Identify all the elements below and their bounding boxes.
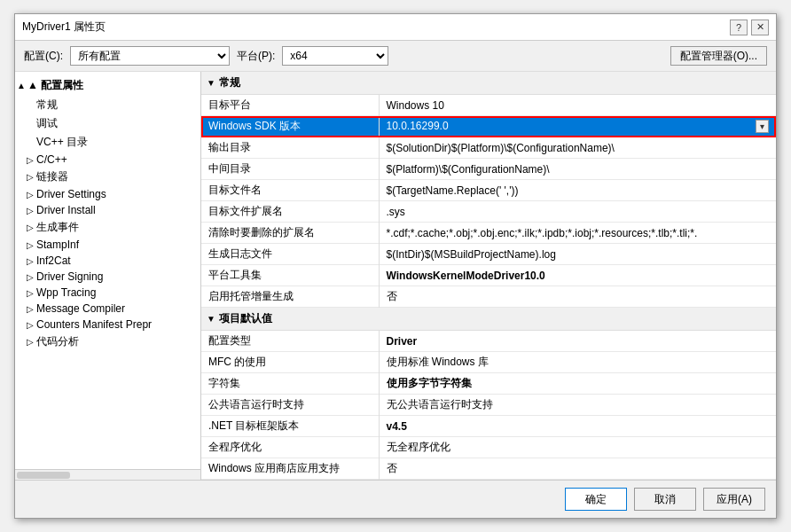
table-row-sdk[interactable]: Windows SDK 版本 10.0.16299.0 ▾	[201, 116, 776, 137]
prop-name: 中间目录	[201, 159, 379, 180]
tree-item-driver-settings-label: Driver Settings	[36, 188, 106, 200]
prop-value: $(TargetName.Replace(' ','))	[379, 180, 776, 201]
prop-name-sdk: Windows SDK 版本	[201, 116, 379, 137]
sdk-dropdown-arrow[interactable]: ▾	[756, 120, 769, 133]
tree-item-wpp-tracing[interactable]: ▷ Wpp Tracing	[15, 285, 200, 301]
prop-value: $(Platform)\$(ConfigurationName)\	[379, 159, 776, 180]
tree-item-stampinf-label: StampInf	[36, 239, 79, 251]
tree-item-build-events-label: 生成事件	[36, 220, 79, 235]
table-row[interactable]: Windows 应用商店应用支持 否	[201, 458, 776, 480]
tree-item-stampinf[interactable]: ▷ StampInf	[15, 237, 200, 253]
tree-item-wpp-tracing-label: Wpp Tracing	[36, 286, 96, 299]
tree-item-code-analysis[interactable]: ▷ 代码分析	[15, 332, 200, 351]
section-defaults-header[interactable]: ▼ 项目默认值	[201, 308, 776, 331]
prop-value: WindowsKernelModeDriver10.0	[379, 265, 776, 286]
tree-item-driver-install[interactable]: ▷ Driver Install	[15, 202, 200, 218]
table-row[interactable]: 平台工具集 WindowsKernelModeDriver10.0	[201, 265, 776, 286]
tree-item-vc[interactable]: VC++ 目录	[15, 133, 200, 152]
section-general-arrow: ▼	[207, 78, 215, 88]
prop-name: 字符集	[201, 373, 379, 395]
tree-item-code-analysis-label: 代码分析	[36, 334, 79, 349]
prop-name: 目标文件名	[201, 180, 379, 201]
prop-value: Windows 10	[379, 95, 776, 116]
prop-value: 否	[379, 458, 776, 480]
table-row[interactable]: 字符集 使用多字节字符集	[201, 373, 776, 395]
prop-name: .NET 目标框架版本	[201, 416, 379, 437]
tree-stampinf-arrow: ▷	[24, 240, 36, 250]
table-row[interactable]: 输出目录 $(SolutionDir)$(Platform)\$(Configu…	[201, 137, 776, 159]
config-select[interactable]: 所有配置	[70, 46, 230, 66]
tree-item-counters-manifest[interactable]: ▷ Counters Manifest Prepr	[15, 317, 200, 332]
table-row[interactable]: 公共语言运行时支持 无公共语言运行时支持	[201, 395, 776, 416]
prop-value: *.cdf;*.cache;*.obj;*.obj.enc;*.ilk;*.ip…	[379, 223, 776, 244]
prop-value: v4.5	[379, 416, 776, 437]
cancel-button[interactable]: 取消	[634, 488, 696, 511]
table-row[interactable]: 目标文件名 $(TargetName.Replace(' ','))	[201, 180, 776, 201]
tree-linker-arrow: ▷	[24, 172, 36, 182]
tree-panel: ▲ ▲ 配置属性 常规 调试 VC++ 目录 ▷ C/C++	[15, 72, 200, 469]
tree-build-events-arrow: ▷	[24, 223, 36, 232]
tree-item-driver-signing[interactable]: ▷ Driver Signing	[15, 269, 200, 285]
tree-root-arrow: ▲	[15, 81, 27, 90]
table-row[interactable]: 目标平台 Windows 10	[201, 95, 776, 116]
prop-value: 无全程序优化	[379, 437, 776, 458]
prop-name: MFC 的使用	[201, 352, 379, 373]
tree-driver-signing-arrow: ▷	[24, 272, 36, 282]
main-area: ▲ ▲ 配置属性 常规 调试 VC++ 目录 ▷ C/C++	[15, 72, 776, 480]
tree-cpp-arrow: ▷	[24, 155, 36, 165]
prop-value: 无公共语言运行时支持	[379, 395, 776, 416]
platform-select[interactable]: x64	[282, 46, 388, 66]
tree-panel-wrapper: ▲ ▲ 配置属性 常规 调试 VC++ 目录 ▷ C/C++	[15, 72, 201, 480]
close-button[interactable]: ✕	[751, 20, 769, 35]
tree-item-cpp[interactable]: ▷ C/C++	[15, 152, 200, 168]
tree-item-driver-install-label: Driver Install	[36, 204, 96, 216]
table-row[interactable]: .NET 目标框架版本 v4.5	[201, 416, 776, 437]
tree-wpp-tracing-arrow: ▷	[24, 288, 36, 298]
tree-item-message-compiler-label: Message Compiler	[36, 302, 125, 315]
tree-item-cpp-label: C/C++	[36, 153, 67, 166]
prop-name: 启用托管增量生成	[201, 286, 379, 308]
tree-item-inf2cat[interactable]: ▷ Inf2Cat	[15, 253, 200, 269]
tree-scroll-thumb[interactable]	[17, 472, 70, 479]
tree-item-debug[interactable]: 调试	[15, 114, 200, 133]
config-row: 配置(C): 所有配置 平台(P): x64 配置管理器(O)...	[15, 41, 776, 72]
tree-scroll-bar[interactable]	[15, 469, 200, 480]
table-row[interactable]: 目标文件扩展名 .sys	[201, 201, 776, 223]
tree-item-message-compiler[interactable]: ▷ Message Compiler	[15, 301, 200, 317]
prop-name: 目标平台	[201, 95, 379, 116]
tree-root[interactable]: ▲ ▲ 配置属性	[15, 75, 200, 96]
table-row[interactable]: 配置类型 Driver	[201, 331, 776, 352]
help-button[interactable]: ?	[730, 20, 748, 35]
table-row[interactable]: 全程序优化 无全程序优化	[201, 437, 776, 458]
prop-value: 否	[379, 286, 776, 308]
tree-item-counters-manifest-label: Counters Manifest Prepr	[36, 318, 152, 331]
prop-name: 生成日志文件	[201, 244, 379, 265]
table-row[interactable]: MFC 的使用 使用标准 Windows 库	[201, 352, 776, 373]
table-row[interactable]: 启用托管增量生成 否	[201, 286, 776, 308]
apply-button[interactable]: 应用(A)	[703, 488, 765, 511]
tree-message-compiler-arrow: ▷	[24, 304, 36, 314]
prop-name: 目标文件扩展名	[201, 201, 379, 223]
section-general-header[interactable]: ▼ 常规	[201, 72, 776, 95]
table-row[interactable]: 生成日志文件 $(IntDir)$(MSBuildProjectName).lo…	[201, 244, 776, 265]
prop-name: 全程序优化	[201, 437, 379, 458]
table-row[interactable]: 中间目录 $(Platform)\$(ConfigurationName)\	[201, 159, 776, 180]
tree-item-linker[interactable]: ▷ 链接器	[15, 168, 200, 186]
prop-value: 使用标准 Windows 库	[379, 352, 776, 373]
ok-button[interactable]: 确定	[565, 488, 627, 511]
prop-value: .sys	[379, 201, 776, 223]
platform-label: 平台(P):	[237, 49, 275, 64]
table-row[interactable]: 清除时要删除的扩展名 *.cdf;*.cache;*.obj;*.obj.enc…	[201, 223, 776, 244]
config-manager-button[interactable]: 配置管理器(O)...	[670, 46, 767, 66]
prop-value: $(IntDir)$(MSBuildProjectName).log	[379, 244, 776, 265]
prop-table-general: 目标平台 Windows 10 Windows SDK 版本 10.0.1629…	[201, 95, 776, 308]
properties-dialog: MyDriver1 属性页 ? ✕ 配置(C): 所有配置 平台(P): x64…	[14, 13, 777, 519]
tree-driver-install-arrow: ▷	[24, 206, 36, 215]
section-defaults-arrow: ▼	[207, 314, 215, 324]
prop-table-defaults: 配置类型 Driver MFC 的使用 使用标准 Windows 库 字符集 使…	[201, 331, 776, 480]
tree-item-general[interactable]: 常规	[15, 96, 200, 114]
tree-item-build-events[interactable]: ▷ 生成事件	[15, 218, 200, 237]
tree-item-driver-settings[interactable]: ▷ Driver Settings	[15, 186, 200, 202]
dialog-title: MyDriver1 属性页	[22, 20, 106, 35]
title-bar-buttons: ? ✕	[730, 20, 769, 35]
